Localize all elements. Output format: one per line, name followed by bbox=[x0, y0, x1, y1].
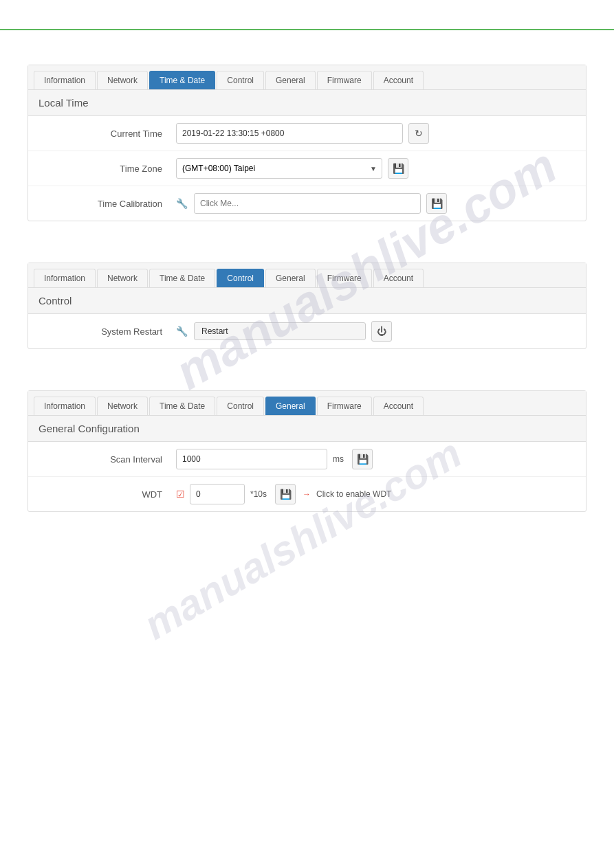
system-restart-row: System Restart 🔧 Restart ⏻ bbox=[28, 314, 586, 348]
power-button[interactable]: ⏻ bbox=[371, 321, 392, 342]
tab-firmware-1[interactable]: Firmware bbox=[317, 71, 372, 89]
wdt-label: WDT bbox=[39, 489, 176, 500]
control-body: System Restart 🔧 Restart ⏻ bbox=[28, 314, 586, 348]
time-date-body: Current Time ↻ Time Zone (GMT+08:00) Tai… bbox=[28, 116, 586, 221]
timezone-label: Time Zone bbox=[39, 164, 176, 174]
general-panel: Information Network Time & Date Control … bbox=[28, 390, 586, 512]
page-wrapper: Information Network Time & Date Control … bbox=[0, 30, 614, 546]
tab-network-2[interactable]: Network bbox=[97, 269, 148, 287]
time-calibration-input[interactable] bbox=[194, 193, 421, 214]
tab-general-2[interactable]: General bbox=[265, 269, 316, 287]
time-date-panel: Information Network Time & Date Control … bbox=[28, 65, 586, 221]
current-time-input[interactable] bbox=[176, 123, 403, 144]
current-time-row: Current Time ↻ bbox=[28, 116, 586, 151]
calibration-save-button[interactable]: 💾 bbox=[426, 193, 447, 214]
timezone-save-button[interactable]: 💾 bbox=[388, 158, 408, 179]
refresh-time-button[interactable]: ↻ bbox=[408, 123, 429, 144]
wdt-arrow-icon: → bbox=[303, 489, 311, 499]
scan-interval-input[interactable] bbox=[176, 449, 327, 469]
scan-interval-row: Scan Interval ms 💾 bbox=[28, 442, 586, 477]
timezone-row: Time Zone (GMT+08:00) Taipei (GMT+00:00)… bbox=[28, 151, 586, 186]
scan-interval-group: ms 💾 bbox=[176, 449, 373, 469]
timezone-select-wrapper: (GMT+08:00) Taipei (GMT+00:00) UTC (GMT+… bbox=[176, 158, 382, 179]
time-date-title: Local Time bbox=[28, 90, 586, 116]
control-panel: Information Network Time & Date Control … bbox=[28, 263, 586, 349]
time-date-tab-bar: Information Network Time & Date Control … bbox=[28, 65, 586, 90]
tab-network-1[interactable]: Network bbox=[97, 71, 148, 89]
wdt-group: ☑ *10s 💾 → Click to enable WDT bbox=[176, 484, 391, 504]
system-restart-group: 🔧 Restart ⏻ bbox=[176, 321, 392, 342]
tab-information-3[interactable]: Information bbox=[34, 397, 96, 415]
scan-interval-save-button[interactable]: 💾 bbox=[352, 449, 373, 469]
time-calibration-row: Time Calibration 🔧 💾 bbox=[28, 186, 586, 221]
wdt-checkbox-icon[interactable]: ☑ bbox=[176, 489, 185, 500]
top-bar bbox=[0, 0, 614, 30]
timezone-select[interactable]: (GMT+08:00) Taipei (GMT+00:00) UTC (GMT+… bbox=[176, 158, 382, 179]
tab-network-3[interactable]: Network bbox=[97, 397, 148, 415]
general-body: Scan Interval ms 💾 WDT ☑ *10s 💾 → Click … bbox=[28, 442, 586, 511]
general-title: General Configuration bbox=[28, 416, 586, 442]
wdt-save-button[interactable]: 💾 bbox=[275, 484, 296, 504]
restart-button[interactable]: Restart bbox=[194, 322, 366, 340]
wdt-unit: *10s bbox=[250, 489, 267, 499]
wdt-hint: Click to enable WDT bbox=[316, 489, 391, 499]
tab-timedate-2[interactable]: Time & Date bbox=[149, 269, 215, 287]
tab-timedate-1[interactable]: Time & Date bbox=[149, 71, 215, 89]
general-tab-bar: Information Network Time & Date Control … bbox=[28, 391, 586, 416]
tab-account-3[interactable]: Account bbox=[373, 397, 424, 415]
tab-timedate-3[interactable]: Time & Date bbox=[149, 397, 215, 415]
tab-firmware-2[interactable]: Firmware bbox=[317, 269, 372, 287]
tab-firmware-3[interactable]: Firmware bbox=[317, 397, 372, 415]
tab-control-2[interactable]: Control bbox=[217, 269, 264, 287]
restart-wrench-icon: 🔧 bbox=[176, 326, 188, 337]
control-title: Control bbox=[28, 288, 586, 314]
system-restart-label: System Restart bbox=[39, 326, 176, 337]
timezone-group: (GMT+08:00) Taipei (GMT+00:00) UTC (GMT+… bbox=[176, 158, 408, 179]
tab-general-3[interactable]: General bbox=[265, 397, 316, 415]
tab-account-2[interactable]: Account bbox=[373, 269, 424, 287]
tab-general-1[interactable]: General bbox=[265, 71, 316, 89]
tab-account-1[interactable]: Account bbox=[373, 71, 424, 89]
tab-control-1[interactable]: Control bbox=[217, 71, 264, 89]
time-calibration-label: Time Calibration bbox=[39, 199, 176, 209]
wdt-row: WDT ☑ *10s 💾 → Click to enable WDT bbox=[28, 477, 586, 511]
wdt-input[interactable] bbox=[190, 484, 245, 504]
current-time-label: Current Time bbox=[39, 129, 176, 139]
scan-interval-label: Scan Interval bbox=[39, 454, 176, 465]
time-calibration-group: 🔧 💾 bbox=[176, 193, 447, 214]
control-tab-bar: Information Network Time & Date Control … bbox=[28, 263, 586, 288]
calibration-wrench-icon: 🔧 bbox=[176, 198, 188, 209]
tab-control-3[interactable]: Control bbox=[217, 397, 264, 415]
current-time-group: ↻ bbox=[176, 123, 429, 144]
tab-information-1[interactable]: Information bbox=[34, 71, 96, 89]
tab-information-2[interactable]: Information bbox=[34, 269, 96, 287]
scan-interval-unit: ms bbox=[333, 454, 344, 464]
